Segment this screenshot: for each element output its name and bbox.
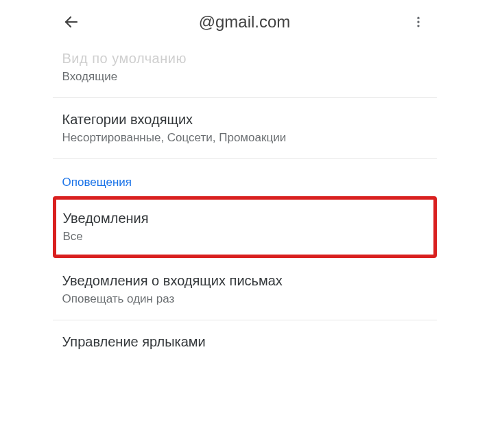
setting-inbox-categories[interactable]: Категории входящих Несортированные, Соцс…: [53, 98, 437, 159]
settings-screen: @gmail.com Вид по умолчанию Входящие Кат…: [53, 0, 437, 448]
page-title: @gmail.com: [80, 12, 409, 32]
setting-value: Входящие: [62, 69, 427, 85]
setting-default-view[interactable]: Вид по умолчанию Входящие: [53, 47, 437, 98]
svg-point-2: [417, 21, 419, 23]
setting-incoming-notifications[interactable]: Уведомления о входящих письмах Оповещать…: [53, 259, 437, 320]
setting-value: Оповещать один раз: [62, 292, 427, 307]
setting-value: Несортированные, Соцсети, Промоакции: [62, 130, 427, 146]
setting-notifications[interactable]: Уведомления Все: [56, 200, 433, 255]
arrow-back-icon: [63, 14, 80, 30]
setting-label: Вид по умолчанию: [62, 49, 427, 68]
svg-point-3: [417, 25, 419, 27]
setting-manage-labels[interactable]: Управление ярлыками: [53, 320, 437, 364]
svg-point-1: [417, 17, 419, 19]
more-vert-icon: [412, 15, 425, 29]
highlight-box: Уведомления Все: [53, 196, 437, 258]
setting-label: Уведомления о входящих письмах: [62, 272, 427, 290]
back-button[interactable]: [62, 13, 80, 31]
overflow-menu-button[interactable]: [409, 13, 427, 31]
setting-label: Управление ярлыками: [62, 333, 427, 351]
section-header-notifications: Оповещения: [53, 159, 437, 195]
app-bar: @gmail.com: [53, 12, 437, 47]
setting-value: Все: [63, 229, 427, 245]
setting-label: Уведомления: [63, 209, 427, 228]
setting-label: Категории входящих: [62, 110, 427, 129]
